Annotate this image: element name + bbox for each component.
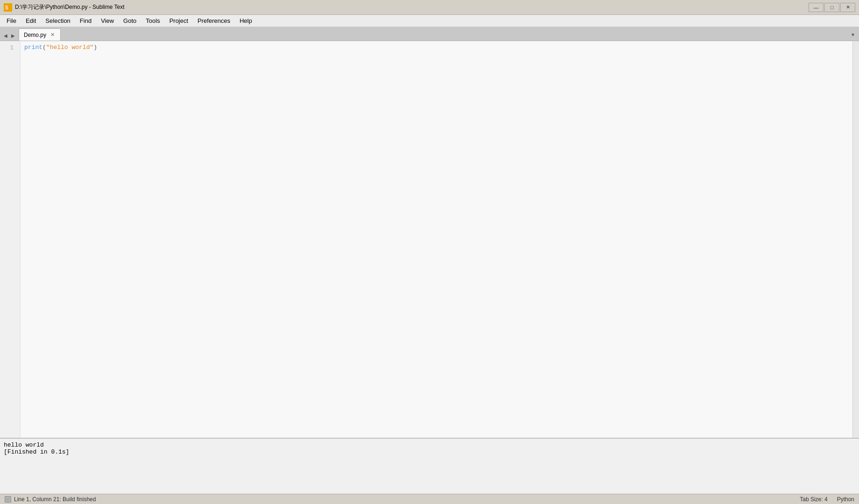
code-paren-close: ): [93, 44, 97, 51]
code-paren-open: (: [42, 44, 46, 51]
output-line-2: [Finished in 0.1s]: [4, 448, 855, 455]
status-left: Line 1, Column 21: Build finished: [5, 496, 96, 503]
line-num-1: 1: [0, 43, 16, 52]
code-function: print: [24, 44, 42, 51]
tab-demo-py[interactable]: Demo.py ✕: [19, 28, 61, 41]
menu-item-find[interactable]: Find: [75, 16, 96, 26]
status-text: Line 1, Column 21: Build finished: [14, 496, 96, 503]
menu-item-preferences[interactable]: Preferences: [193, 16, 235, 26]
output-panel: hello world [Finished in 0.1s]: [0, 438, 859, 494]
code-area[interactable]: print("hello world"): [21, 41, 852, 438]
title-bar-left: S D:\学习记录\Python\Demo.py - Sublime Text: [4, 3, 125, 12]
menu-item-goto[interactable]: Goto: [119, 16, 141, 26]
menu-item-selection[interactable]: Selection: [41, 16, 75, 26]
menu-item-edit[interactable]: Edit: [21, 16, 41, 26]
code-string: "hello world": [46, 44, 93, 51]
menu-item-help[interactable]: Help: [235, 16, 257, 26]
window-controls: — □ ✕: [809, 3, 855, 12]
tab-nav-left[interactable]: ◀: [2, 30, 9, 41]
tab-size-label[interactable]: Tab Size: 4: [800, 496, 827, 503]
output-line-1: hello world: [4, 441, 855, 448]
status-indicator-icon: [5, 496, 11, 503]
menu-item-project[interactable]: Project: [165, 16, 193, 26]
language-label[interactable]: Python: [837, 496, 854, 503]
title-bar: S D:\学习记录\Python\Demo.py - Sublime Text …: [0, 0, 859, 15]
status-right: Tab Size: 4 Python: [800, 496, 854, 503]
menu-item-view[interactable]: View: [96, 16, 119, 26]
tab-label: Demo.py: [24, 32, 46, 38]
svg-rect-3: [7, 497, 10, 501]
editor-container: 1 print("hello world") hello world [Fini…: [0, 41, 859, 494]
menu-item-file[interactable]: File: [2, 16, 21, 26]
minimize-button[interactable]: —: [809, 3, 824, 12]
scrollbar-area[interactable]: [852, 41, 859, 438]
close-button[interactable]: ✕: [840, 3, 855, 12]
tab-dropdown-icon[interactable]: ▼: [849, 28, 857, 41]
code-line-1: print("hello world"): [24, 43, 849, 52]
tab-bar: ◀ ▶ Demo.py ✕ ▼: [0, 27, 859, 41]
line-numbers: 1: [0, 41, 21, 438]
menu-item-tools[interactable]: Tools: [141, 16, 164, 26]
tab-close-button[interactable]: ✕: [49, 32, 56, 38]
status-bar: Line 1, Column 21: Build finished Tab Si…: [0, 494, 859, 504]
menu-bar: FileEditSelectionFindViewGotoToolsProjec…: [0, 15, 859, 27]
editor-main: 1 print("hello world"): [0, 41, 859, 438]
tab-nav-right[interactable]: ▶: [9, 30, 17, 41]
app-icon: S: [4, 3, 12, 12]
title-text: D:\学习记录\Python\Demo.py - Sublime Text: [15, 3, 125, 11]
maximize-button[interactable]: □: [824, 3, 839, 12]
svg-text:S: S: [5, 5, 8, 10]
